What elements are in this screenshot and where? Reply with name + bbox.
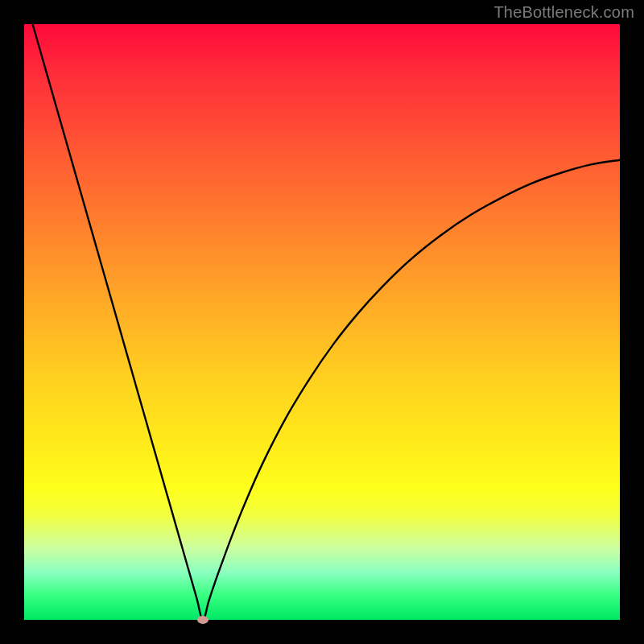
watermark-text: TheBottleneck.com (493, 3, 634, 22)
minimum-marker (197, 616, 208, 624)
bottleneck-curve (24, 24, 620, 620)
curve-path (24, 0, 620, 620)
chart-frame: TheBottleneck.com (0, 0, 644, 644)
plot-area (24, 24, 620, 620)
